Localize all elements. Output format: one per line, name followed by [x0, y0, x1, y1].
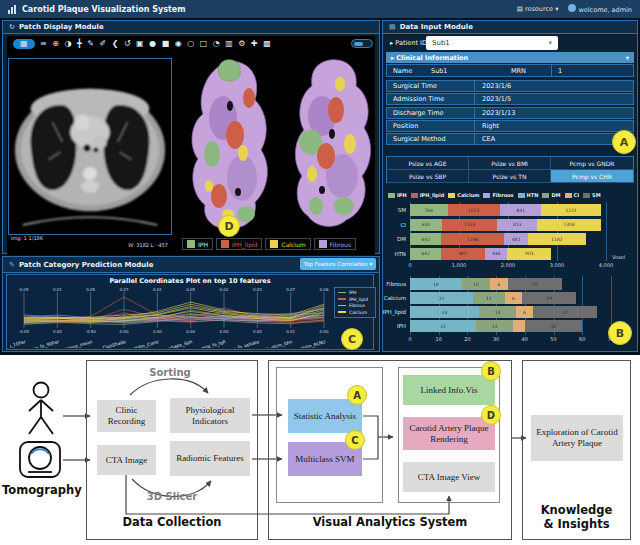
annotate-icon[interactable]: ✎: [87, 40, 94, 48]
bar-segment-ci[interactable]: [513, 320, 524, 332]
layout-grid-icon[interactable]: ▦: [13, 39, 35, 49]
bar-segment-ci[interactable]: 6: [516, 306, 533, 318]
zoom-icon[interactable]: ⊕: [52, 40, 59, 48]
bar-segment-ci[interactable]: 6: [505, 292, 522, 304]
prev-icon[interactable]: ❮: [112, 40, 119, 48]
bar-segment-iph[interactable]: 642: [410, 233, 441, 245]
vessel-3d-right-view[interactable]: [292, 56, 376, 236]
bar-segment-sm[interactable]: 20: [525, 320, 582, 332]
delete-icon[interactable]: ▥: [225, 40, 233, 48]
patient-id-select[interactable]: Sub1 ▾: [426, 36, 558, 50]
clinical-info-bar[interactable]: ▸ Clinical Information ▾: [386, 52, 634, 63]
pan-icon[interactable]: ╋: [77, 40, 82, 48]
bar-segment-fibrous[interactable]: 481: [504, 233, 528, 245]
bar-segment-fibrous[interactable]: 813: [497, 219, 537, 231]
bar-segment-calcium[interactable]: 1304: [537, 219, 601, 231]
tab-psize-vs-sbp[interactable]: Psize vs SBP: [387, 170, 469, 183]
fibrous-line-swatch-icon: [338, 305, 346, 307]
x-tick-label: 2,000: [496, 262, 520, 268]
name-mrn-row: Name Sub1 MRN 1: [386, 64, 634, 77]
segment-value: 841: [516, 208, 525, 213]
pc-plot-wrap[interactable]: 0.05-0.05orig_fo_10Per0.010.00orig_fo_90…: [10, 286, 332, 352]
bar-segment-calcium[interactable]: 1221: [541, 204, 601, 216]
segment-value: 1286: [467, 237, 478, 242]
chart-legend-item: CI: [565, 192, 580, 198]
bar-segment-sm[interactable]: 19: [508, 278, 563, 290]
bar-segment-htn[interactable]: 22: [410, 292, 473, 304]
tab-psize-vs-bmi[interactable]: Psize vs BMI: [469, 157, 551, 170]
iph-line-swatch-icon: [338, 292, 346, 294]
top-feature-correlation-button[interactable]: Top Feature Correlation ▾: [300, 258, 376, 270]
x-tick-label: 3,000: [545, 262, 569, 268]
segment-value: 1304: [563, 222, 574, 227]
bar-segment-fibrous[interactable]: 446: [485, 248, 507, 260]
plaque-legend-label: IPH_lipid: [232, 241, 258, 248]
segment-value: 481: [512, 237, 521, 242]
arc-tool-icon[interactable]: ◔: [213, 40, 220, 48]
menu-icon[interactable]: ≡: [40, 40, 47, 48]
segment-value: 23: [440, 324, 446, 329]
bar-segment-iph_lipid[interactable]: 1134: [442, 219, 498, 231]
tab-psize-vs-age[interactable]: Psize vs AGE: [387, 157, 469, 170]
bar-segment-dm[interactable]: 10: [462, 278, 491, 290]
clinical-row-label: Admission Time: [387, 94, 475, 104]
collapse-icon: ▾: [626, 54, 629, 62]
segment-value: 22: [562, 310, 568, 315]
tab-pcmp-vs-chr[interactable]: Pcmp vs CHR: [551, 170, 633, 183]
grid-dense-icon[interactable]: ▩: [263, 40, 271, 48]
pc-axis-bottom-tick: -0.05: [19, 329, 30, 334]
tab-psize-vs-tn[interactable]: Psize vs TN: [469, 170, 551, 183]
square-fill-tool-icon[interactable]: ■: [162, 40, 170, 48]
rect-tool-icon[interactable]: □: [200, 40, 208, 48]
vessel-3d-right: [292, 56, 376, 236]
diagram-badge-d: D: [481, 405, 501, 425]
segment-value: 20: [551, 324, 557, 329]
draw-icon[interactable]: ✐: [99, 40, 106, 48]
dot-tool-icon[interactable]: ●: [149, 40, 156, 48]
resource-icon: ▤: [517, 5, 525, 13]
resource-menu[interactable]: ▤ resource ▾: [517, 5, 559, 13]
bar-segment-calcium[interactable]: 903: [507, 248, 551, 260]
bar-segment-sm[interactable]: 19: [522, 292, 577, 304]
ct-image-view[interactable]: [8, 58, 172, 235]
bar-segment-iph[interactable]: 766: [410, 204, 448, 216]
tag-icon[interactable]: ✚: [251, 40, 258, 48]
bar-segment-htn[interactable]: 23: [410, 320, 476, 332]
bar-segment-dm[interactable]: 11: [473, 292, 505, 304]
clinical-row: Discharge Time2023/1/13: [386, 107, 634, 119]
bar-segment-calcium[interactable]: 1182: [528, 233, 586, 245]
fibrous-swatch-icon: [319, 240, 327, 248]
bar-segment-dm[interactable]: 13: [479, 306, 516, 318]
reset-icon[interactable]: ↺: [124, 40, 131, 48]
settings-icon[interactable]: ⚙: [238, 40, 245, 48]
architecture-diagram: Tomography Sorting Clinic Recording Phys…: [0, 355, 640, 545]
bar-segment-htn[interactable]: 18: [410, 278, 462, 290]
bar-segment-iph_lipid[interactable]: 1286: [441, 233, 504, 245]
clinical-rows: Surgical Time2023/1/6Admission Time2023/…: [386, 80, 634, 146]
bar-segment-fibrous[interactable]: 841: [500, 204, 541, 216]
bar-segment-iph[interactable]: 650: [410, 219, 442, 231]
iph_lipid-line-swatch-icon: [338, 298, 346, 300]
user-menu[interactable]: welcome, admin: [568, 4, 632, 14]
bar-segment-iph_lipid[interactable]: 1073: [448, 204, 501, 216]
category-label: Fibrous: [382, 281, 406, 287]
tab-pcmp-vs-gndr[interactable]: Pcmp vs GNDR: [551, 157, 633, 170]
circle-tool-icon[interactable]: ○: [187, 40, 194, 48]
pc-legend-item: Fibrous: [338, 303, 372, 308]
category-label: IPH: [382, 323, 406, 329]
patch-display-header: ↻ Patch Display Module: [3, 21, 379, 34]
bar-segment-sm[interactable]: 22: [533, 306, 596, 318]
iph-swatch-icon: [187, 240, 195, 248]
chart-legend-label: Calcium: [457, 192, 479, 198]
vessel-3d-left-view[interactable]: [176, 56, 288, 236]
bar-segment-dm[interactable]: 13: [476, 320, 513, 332]
bar-segment-iph[interactable]: 642: [410, 248, 441, 260]
viewer-toggle[interactable]: [351, 39, 373, 48]
target-tool-icon[interactable]: ◉: [175, 40, 182, 48]
bar-segment-iph_lipid[interactable]: 897: [441, 248, 485, 260]
bar-segment-htn[interactable]: 24: [410, 306, 479, 318]
badge-b: B: [608, 321, 632, 345]
capture-icon[interactable]: ▣: [136, 40, 144, 48]
contrast-icon[interactable]: ◑: [64, 40, 71, 48]
bar-segment-ci[interactable]: 6: [490, 278, 507, 290]
